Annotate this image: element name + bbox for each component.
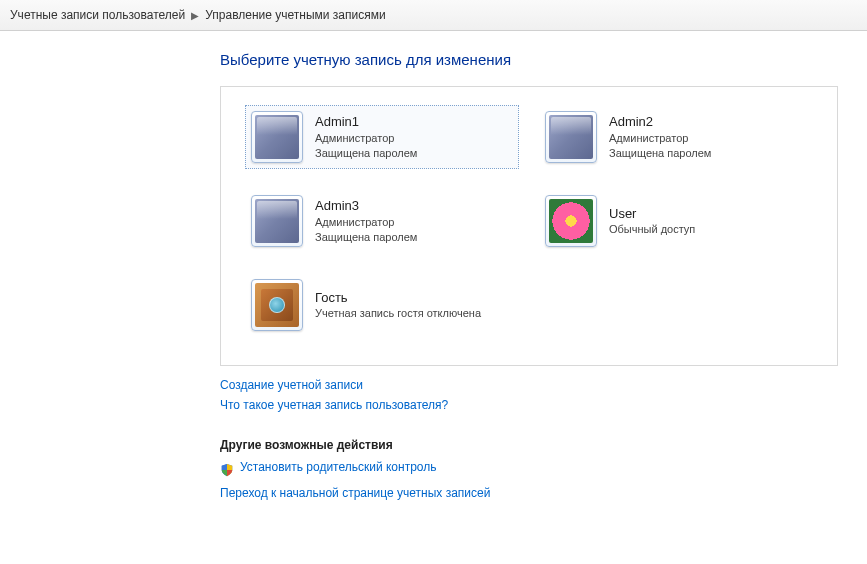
account-status: Защищена паролем	[315, 230, 417, 245]
account-tile[interactable]: UserОбычный доступ	[539, 189, 813, 253]
account-name: Admin2	[609, 113, 711, 131]
breadcrumb-root[interactable]: Учетные записи пользователей	[10, 8, 185, 22]
avatar-image-icon	[549, 115, 593, 159]
account-role: Администратор	[315, 131, 417, 146]
account-text: Admin2АдминистраторЗащищена паролем	[609, 113, 711, 160]
goto-home-link[interactable]: Переход к начальной странице учетных зап…	[220, 486, 490, 500]
account-status: Защищена паролем	[315, 146, 417, 161]
account-tile[interactable]: Admin2АдминистраторЗащищена паролем	[539, 105, 813, 169]
breadcrumb: Учетные записи пользователей ▶ Управлени…	[0, 0, 867, 31]
account-role: Учетная запись гостя отключена	[315, 306, 481, 321]
account-tile[interactable]: Admin3АдминистраторЗащищена паролем	[245, 189, 519, 253]
account-name: User	[609, 205, 695, 223]
account-text: Admin1АдминистраторЗащищена паролем	[315, 113, 417, 160]
avatar-image-icon	[255, 283, 299, 327]
main-content: Выберите учетную запись для изменения Ad…	[0, 31, 867, 526]
accounts-container: Admin1АдминистраторЗащищена паролемAdmin…	[220, 86, 838, 366]
avatar-image-icon	[255, 199, 299, 243]
avatar	[545, 195, 597, 247]
account-name: Admin1	[315, 113, 417, 131]
avatar	[545, 111, 597, 163]
quick-links: Создание учетной записи Что такое учетна…	[220, 378, 857, 418]
account-text: ГостьУчетная запись гостя отключена	[315, 289, 481, 321]
avatar	[251, 195, 303, 247]
account-role: Обычный доступ	[609, 222, 695, 237]
breadcrumb-current[interactable]: Управление учетными записями	[205, 8, 385, 22]
avatar-image-icon	[549, 199, 593, 243]
avatar	[251, 279, 303, 331]
account-role: Администратор	[315, 215, 417, 230]
parental-control-label: Установить родительский контроль	[240, 460, 437, 474]
avatar	[251, 111, 303, 163]
account-role: Администратор	[609, 131, 711, 146]
account-status: Защищена паролем	[609, 146, 711, 161]
shield-icon	[220, 463, 234, 477]
create-account-link[interactable]: Создание учетной записи	[220, 378, 363, 392]
account-tile[interactable]: Admin1АдминистраторЗащищена паролем	[245, 105, 519, 169]
parental-control-link[interactable]: Установить родительский контроль	[220, 460, 857, 480]
page-title: Выберите учетную запись для изменения	[220, 51, 857, 68]
avatar-image-icon	[255, 115, 299, 159]
other-actions-title: Другие возможные действия	[220, 438, 857, 452]
account-text: UserОбычный доступ	[609, 205, 695, 237]
account-name: Admin3	[315, 197, 417, 215]
chevron-right-icon: ▶	[191, 10, 199, 21]
account-name: Гость	[315, 289, 481, 307]
account-text: Admin3АдминистраторЗащищена паролем	[315, 197, 417, 244]
account-tile[interactable]: ГостьУчетная запись гостя отключена	[245, 273, 813, 337]
what-is-account-link[interactable]: Что такое учетная запись пользователя?	[220, 398, 448, 412]
